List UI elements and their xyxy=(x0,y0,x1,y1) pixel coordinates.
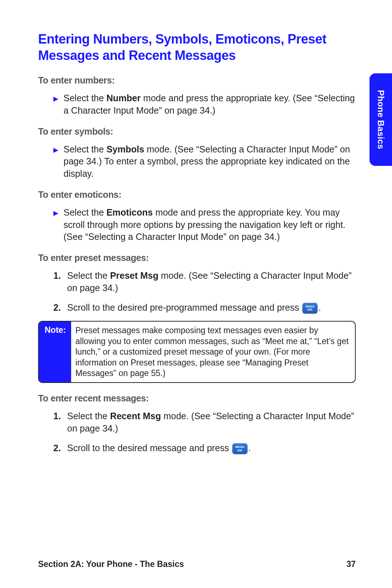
menu-ok-button-icon: MENUOK xyxy=(302,303,318,314)
triangle-bullet-icon: ▶ xyxy=(53,209,58,217)
heading-emoticons: To enter emoticons: xyxy=(38,189,356,200)
step-preset-1: 1. Select the Preset Msg mode. (See “Sel… xyxy=(53,270,356,294)
footer-section: Section 2A: Your Phone - The Basics xyxy=(38,559,184,569)
section-numbers: To enter numbers: ▶ Select the Number mo… xyxy=(38,75,356,117)
step-preset-2: 2. Scroll to the desired pre-programmed … xyxy=(53,302,356,314)
triangle-bullet-icon: ▶ xyxy=(53,94,58,103)
step-text: Select the Recent Msg mode. (See “Select… xyxy=(67,410,356,435)
page-content: Entering Numbers, Symbols, Emoticons, Pr… xyxy=(0,0,392,588)
step-text: Scroll to the desired message and press … xyxy=(67,442,356,454)
page-title: Entering Numbers, Symbols, Emoticons, Pr… xyxy=(38,31,356,64)
bullet-numbers: ▶ Select the Number mode and press the a… xyxy=(53,92,356,117)
bullet-emoticons: ▶ Select the Emoticons mode and press th… xyxy=(53,207,356,243)
note-label: Note: xyxy=(39,322,71,382)
bullet-symbols: ▶ Select the Symbols mode. (See “Selecti… xyxy=(53,143,356,180)
bullet-text: Select the Symbols mode. (See “Selecting… xyxy=(64,143,356,180)
note-box: Note: Preset messages make composing tex… xyxy=(38,321,356,383)
page-footer: Section 2A: Your Phone - The Basics 37 xyxy=(38,559,356,569)
triangle-bullet-icon: ▶ xyxy=(53,146,58,154)
section-recent: To enter recent messages: 1. Select the … xyxy=(38,393,356,454)
heading-symbols: To enter symbols: xyxy=(38,126,356,137)
step-text: Select the Preset Msg mode. (See “Select… xyxy=(67,270,356,294)
note-body: Preset messages make composing text mess… xyxy=(71,322,355,382)
step-number: 1. xyxy=(53,410,64,422)
footer-page-number: 37 xyxy=(346,559,356,569)
menu-ok-button-icon: MENUOK xyxy=(232,443,248,454)
bullet-text: Select the Number mode and press the app… xyxy=(64,92,356,117)
step-recent-1: 1. Select the Recent Msg mode. (See “Sel… xyxy=(53,410,356,435)
heading-preset: To enter preset messages: xyxy=(38,253,356,263)
section-emoticons: To enter emoticons: ▶ Select the Emotico… xyxy=(38,189,356,243)
step-number: 1. xyxy=(53,270,64,282)
heading-numbers: To enter numbers: xyxy=(38,75,356,86)
bullet-text: Select the Emoticons mode and press the … xyxy=(64,207,356,243)
section-symbols: To enter symbols: ▶ Select the Symbols m… xyxy=(38,126,356,180)
step-recent-2: 2. Scroll to the desired message and pre… xyxy=(53,442,356,454)
section-preset: To enter preset messages: 1. Select the … xyxy=(38,253,356,314)
step-text: Scroll to the desired pre-programmed mes… xyxy=(67,302,356,314)
step-number: 2. xyxy=(53,442,64,454)
heading-recent: To enter recent messages: xyxy=(38,393,356,404)
step-number: 2. xyxy=(53,302,64,314)
